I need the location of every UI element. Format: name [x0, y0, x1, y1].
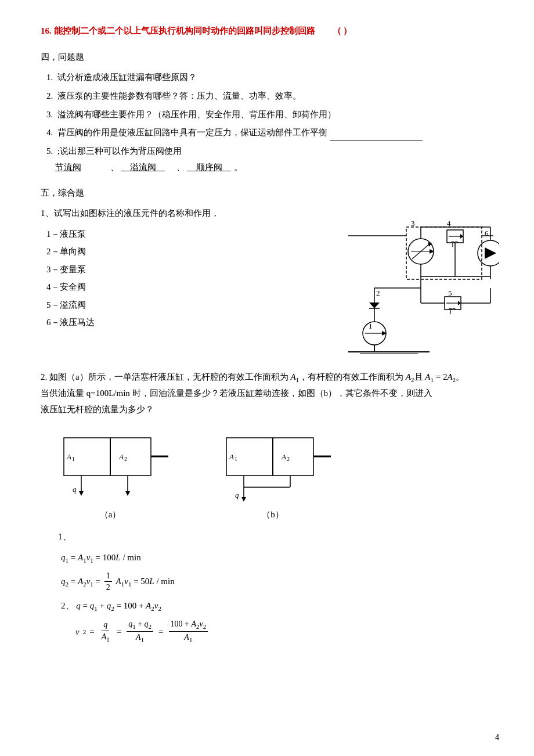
part-6: 6－液压马达	[46, 314, 302, 331]
math-section: 1、 q1 = A1v1 = 100L / min q2 = A2v1 = 1 …	[52, 528, 499, 645]
svg-text:q: q	[73, 485, 77, 494]
part-3: 3－变量泵	[46, 261, 302, 278]
svg-marker-16	[485, 247, 496, 259]
svg-rect-62	[226, 438, 313, 476]
section5-title: 五，综合题	[41, 185, 499, 201]
parts-list: 1－液压泵 2－单向阀 3－变量泵 4－安全阀 5－溢流阀 6－液压马达	[46, 226, 302, 360]
q16-number: 16.	[41, 26, 52, 35]
fraction-q-A1: q A1	[100, 619, 111, 644]
cylinders-row: A 1 A 2 q （a）	[52, 429, 499, 523]
problem-item-2: 2. 液压泵的主要性能参数有哪些？答：压力、流量、功率、效率。	[46, 88, 499, 105]
fraction-100-A2v2-A1: 100 + A2v2 A1	[169, 618, 208, 645]
problem-item-4: 4. 背压阀的作用是使液压缸回路中具有一定压力，保证运动部件工作平衡	[46, 125, 499, 141]
comprehensive-q1: 1、试写出如图标注的液压元件的名称和作用， 1－液压泵 2－单向阀 3－变量泵 …	[41, 206, 499, 360]
math-line-v2: v2 = q A1 = q1 + q2 A1 = 100 + A2v2 A1	[75, 618, 499, 645]
svg-text:A: A	[66, 452, 71, 461]
cylinder-b-svg: A 1 A 2 q	[215, 429, 331, 505]
fraction-q1q2-A1: q1 + q2 A1	[127, 618, 153, 645]
cylinder-a: A 1 A 2 q （a）	[52, 429, 168, 523]
svg-rect-0	[406, 227, 482, 279]
svg-text:2: 2	[287, 456, 290, 462]
fig-b-label: （b）	[262, 507, 284, 523]
problem-item-1: 1. 试分析造成液压缸泄漏有哪些原因？	[46, 70, 499, 86]
page-number: 4	[495, 730, 499, 744]
svg-marker-27	[369, 303, 380, 308]
svg-marker-60	[125, 491, 130, 496]
fig-a-label: （a）	[100, 507, 121, 523]
math-line-q2: q2 = A2v1 = 1 2 A1v1 = 50L / min	[52, 570, 499, 593]
problem-item-5: 5. ;说出那三种可以作为背压阀使用 节流阀 、 溢流阀 、 顺序阀 。	[46, 143, 499, 176]
svg-text:5: 5	[448, 289, 452, 297]
part-1: 1－液压泵	[46, 226, 302, 243]
math-line-answer2-prefix: 2、 q = q1 + q2 = 100 + A2v2	[52, 597, 499, 615]
svg-text:2: 2	[124, 456, 127, 462]
section5: 五，综合题 1、试写出如图标注的液压元件的名称和作用， 1－液压泵 2－单向阀 …	[41, 185, 499, 645]
svg-text:6: 6	[485, 229, 489, 237]
circuit-diagram: 3 4	[313, 221, 499, 360]
svg-text:1: 1	[234, 456, 237, 462]
q16-bracket: （ ）	[333, 26, 352, 35]
svg-marker-58	[79, 491, 84, 496]
svg-text:A: A	[118, 452, 124, 461]
hydraulic-circuit-svg: 3 4	[313, 221, 499, 355]
svg-text:q: q	[235, 491, 239, 499]
part-5: 5－溢流阀	[46, 297, 302, 314]
cylinder-b: A 1 A 2 q （b）	[215, 429, 331, 523]
section4-title: 四，问题题	[41, 49, 499, 65]
svg-text:2: 2	[376, 289, 380, 297]
content-area: 1－液压泵 2－单向阀 3－变量泵 4－安全阀 5－溢流阀 6－液压马达 3	[41, 221, 499, 360]
question-16: 16. 能控制二个或二个以上气压执行机构同时动作的回路叫同步控制回路 （ ）	[41, 23, 499, 39]
part-2: 2－单向阀	[46, 243, 302, 260]
blank-line-4	[330, 141, 423, 141]
q2-text: 2. 如图（a）所示，一单活塞杆液压缸，无杆腔的有效工作面积为 A1，有杆腔的有…	[41, 369, 499, 418]
svg-text:1: 1	[72, 456, 75, 462]
q1-title: 1、试写出如图标注的液压元件的名称和作用，	[41, 206, 499, 221]
problem-item-3: 3. 溢流阀有哪些主要作用？（稳压作用、安全作用、背压作用、卸荷作用）	[46, 107, 499, 123]
svg-text:3: 3	[411, 221, 415, 228]
svg-text:A: A	[281, 452, 286, 461]
answer1-title: 1、	[58, 528, 499, 545]
math-line-q1: q1 = A1v1 = 100L / min	[52, 549, 499, 567]
fraction-half: 1 2	[104, 570, 112, 593]
part-4: 4－安全阀	[46, 279, 302, 296]
problem-list: 1. 试分析造成液压缸泄漏有哪些原因？ 2. 液压泵的主要性能参数有哪些？答：压…	[46, 70, 499, 176]
svg-text:A: A	[229, 452, 234, 461]
cylinder-a-svg: A 1 A 2 q	[52, 429, 168, 505]
svg-marker-73	[241, 497, 246, 502]
q16-text: 能控制二个或二个以上气压执行机构同时动作的回路叫同步控制回路	[54, 26, 315, 35]
svg-rect-50	[64, 438, 151, 476]
